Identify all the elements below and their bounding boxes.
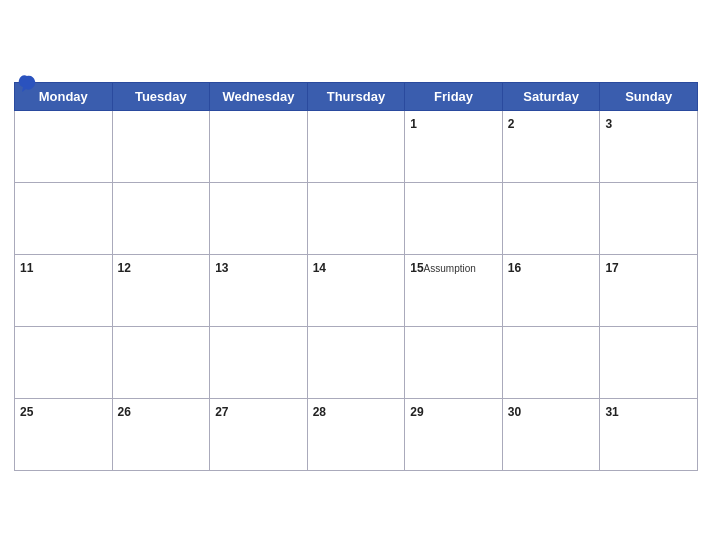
day-number: 9 — [508, 189, 515, 203]
calendar-container: MondayTuesdayWednesdayThursdayFridaySatu… — [0, 66, 712, 485]
calendar-cell: 13 — [210, 254, 308, 326]
calendar-cell — [307, 110, 405, 182]
day-number: 26 — [118, 405, 131, 419]
week-row-3: 1112131415Assumption1617 — [15, 254, 698, 326]
day-number: 8 — [410, 189, 417, 203]
calendar-cell: 4 — [15, 182, 113, 254]
day-number: 13 — [215, 261, 228, 275]
day-number: 15 — [410, 261, 423, 275]
calendar-cell — [112, 110, 210, 182]
logo-bird-icon — [18, 74, 36, 94]
day-number: 10 — [605, 189, 618, 203]
calendar-cell — [210, 110, 308, 182]
calendar-cell: 21 — [307, 326, 405, 398]
day-number: 21 — [313, 333, 326, 347]
day-number: 18 — [20, 333, 33, 347]
day-number: 27 — [215, 405, 228, 419]
weekday-header-friday: Friday — [405, 82, 503, 110]
day-number: 12 — [118, 261, 131, 275]
calendar-cell — [15, 110, 113, 182]
calendar-cell: 1 — [405, 110, 503, 182]
calendar-cell: 31 — [600, 398, 698, 470]
day-number: 2 — [508, 117, 515, 131]
week-row-5: 25262728293031 — [15, 398, 698, 470]
day-number: 5 — [118, 189, 125, 203]
day-number: 3 — [605, 117, 612, 131]
calendar-cell: 11 — [15, 254, 113, 326]
day-number: 28 — [313, 405, 326, 419]
day-number: 22 — [410, 333, 423, 347]
calendar-cell: 7 — [307, 182, 405, 254]
day-number: 1 — [410, 117, 417, 131]
weekday-header-row: MondayTuesdayWednesdayThursdayFridaySatu… — [15, 82, 698, 110]
day-number: 4 — [20, 189, 27, 203]
calendar-cell: 30 — [502, 398, 600, 470]
day-number: 29 — [410, 405, 423, 419]
weekday-header-thursday: Thursday — [307, 82, 405, 110]
calendar-tbody: 123456789101112131415Assumption161718192… — [15, 110, 698, 470]
calendar-cell: 28 — [307, 398, 405, 470]
calendar-cell: 10 — [600, 182, 698, 254]
week-row-2: 45678910 — [15, 182, 698, 254]
calendar-table: MondayTuesdayWednesdayThursdayFridaySatu… — [14, 82, 698, 471]
day-number: 30 — [508, 405, 521, 419]
calendar-cell: 25 — [15, 398, 113, 470]
calendar-cell: 16 — [502, 254, 600, 326]
day-number: 16 — [508, 261, 521, 275]
calendar-cell: 19 — [112, 326, 210, 398]
day-number: 14 — [313, 261, 326, 275]
logo — [14, 76, 36, 94]
weekday-header-wednesday: Wednesday — [210, 82, 308, 110]
day-number: 23 — [508, 333, 521, 347]
calendar-cell: 18 — [15, 326, 113, 398]
calendar-cell: 29 — [405, 398, 503, 470]
calendar-cell: 6 — [210, 182, 308, 254]
weekday-header-sunday: Sunday — [600, 82, 698, 110]
calendar-cell: 8 — [405, 182, 503, 254]
calendar-cell: 2 — [502, 110, 600, 182]
calendar-cell: 24 — [600, 326, 698, 398]
day-number: 20 — [215, 333, 228, 347]
calendar-cell: 22 — [405, 326, 503, 398]
weekday-header-tuesday: Tuesday — [112, 82, 210, 110]
calendar-cell: 5 — [112, 182, 210, 254]
day-number: 24 — [605, 333, 618, 347]
holiday-name: Assumption — [424, 263, 476, 274]
calendar-cell: 23 — [502, 326, 600, 398]
day-number: 17 — [605, 261, 618, 275]
calendar-cell: 14 — [307, 254, 405, 326]
day-number: 31 — [605, 405, 618, 419]
calendar-cell: 26 — [112, 398, 210, 470]
day-number: 25 — [20, 405, 33, 419]
weekday-header-saturday: Saturday — [502, 82, 600, 110]
week-row-1: 123 — [15, 110, 698, 182]
day-number: 7 — [313, 189, 320, 203]
day-number: 11 — [20, 261, 33, 275]
week-row-4: 18192021222324 — [15, 326, 698, 398]
calendar-cell: 3 — [600, 110, 698, 182]
calendar-cell: 20 — [210, 326, 308, 398]
calendar-cell: 15Assumption — [405, 254, 503, 326]
calendar-cell: 9 — [502, 182, 600, 254]
calendar-cell: 12 — [112, 254, 210, 326]
day-number: 19 — [118, 333, 131, 347]
calendar-thead: MondayTuesdayWednesdayThursdayFridaySatu… — [15, 82, 698, 110]
day-number: 6 — [215, 189, 222, 203]
calendar-cell: 17 — [600, 254, 698, 326]
calendar-cell: 27 — [210, 398, 308, 470]
